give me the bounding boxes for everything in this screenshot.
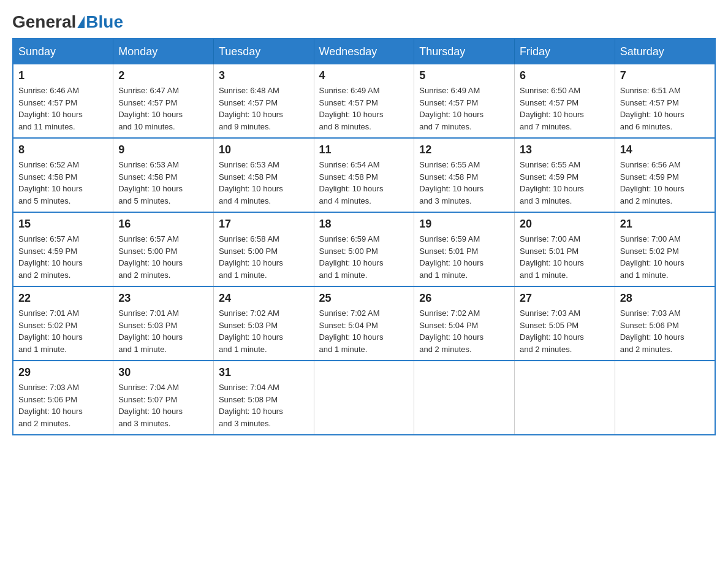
- day-number: 23: [118, 292, 208, 305]
- calendar-day-cell: 8Sunrise: 6:52 AMSunset: 4:58 PMDaylight…: [13, 138, 113, 212]
- calendar-day-cell: 31Sunrise: 7:04 AMSunset: 5:08 PMDayligh…: [213, 361, 314, 435]
- calendar-day-cell: [615, 361, 715, 435]
- day-info: Sunrise: 6:53 AMSunset: 4:58 PMDaylight:…: [219, 159, 309, 207]
- day-number: 27: [520, 292, 610, 305]
- calendar-day-header: Monday: [113, 39, 214, 64]
- day-number: 1: [18, 69, 108, 82]
- day-number: 12: [419, 144, 509, 156]
- day-info: Sunrise: 6:57 AMSunset: 5:00 PMDaylight:…: [118, 233, 208, 281]
- day-number: 17: [219, 218, 309, 231]
- calendar-day-cell: 19Sunrise: 6:59 AMSunset: 5:01 PMDayligh…: [414, 212, 515, 286]
- day-number: 6: [520, 69, 610, 82]
- calendar-day-cell: 20Sunrise: 7:00 AMSunset: 5:01 PMDayligh…: [515, 212, 615, 286]
- calendar-week-row: 22Sunrise: 7:01 AMSunset: 5:02 PMDayligh…: [13, 286, 715, 361]
- day-number: 31: [219, 366, 309, 379]
- day-number: 20: [520, 218, 610, 231]
- calendar-day-cell: 10Sunrise: 6:53 AMSunset: 4:58 PMDayligh…: [213, 138, 314, 212]
- day-number: 15: [18, 218, 108, 231]
- page-header: General Blue: [12, 12, 716, 32]
- calendar-week-row: 29Sunrise: 7:03 AMSunset: 5:06 PMDayligh…: [13, 361, 715, 435]
- day-info: Sunrise: 6:46 AMSunset: 4:57 PMDaylight:…: [18, 85, 108, 132]
- day-info: Sunrise: 7:04 AMSunset: 5:08 PMDaylight:…: [219, 381, 309, 429]
- logo-triangle-icon: [77, 16, 85, 28]
- day-number: 2: [118, 69, 208, 82]
- calendar-day-header: Saturday: [615, 39, 715, 64]
- day-info: Sunrise: 6:49 AMSunset: 4:57 PMDaylight:…: [319, 85, 409, 132]
- day-info: Sunrise: 6:53 AMSunset: 4:58 PMDaylight:…: [118, 159, 208, 207]
- day-number: 3: [219, 69, 309, 82]
- calendar-day-cell: 21Sunrise: 7:00 AMSunset: 5:02 PMDayligh…: [615, 212, 715, 286]
- day-number: 19: [419, 218, 509, 231]
- day-info: Sunrise: 7:03 AMSunset: 5:06 PMDaylight:…: [18, 381, 108, 429]
- day-info: Sunrise: 6:54 AMSunset: 4:58 PMDaylight:…: [319, 159, 409, 207]
- day-info: Sunrise: 6:59 AMSunset: 5:01 PMDaylight:…: [419, 233, 509, 281]
- calendar-table: SundayMondayTuesdayWednesdayThursdayFrid…: [12, 38, 716, 435]
- day-number: 9: [118, 144, 208, 156]
- day-number: 16: [118, 218, 208, 231]
- day-info: Sunrise: 7:02 AMSunset: 5:04 PMDaylight:…: [319, 307, 409, 355]
- day-info: Sunrise: 7:00 AMSunset: 5:02 PMDaylight:…: [620, 233, 710, 281]
- day-info: Sunrise: 6:55 AMSunset: 4:59 PMDaylight:…: [520, 159, 610, 207]
- day-number: 14: [620, 144, 710, 156]
- calendar-day-cell: 5Sunrise: 6:49 AMSunset: 4:57 PMDaylight…: [414, 64, 515, 138]
- calendar-day-cell: 26Sunrise: 7:02 AMSunset: 5:04 PMDayligh…: [414, 286, 515, 361]
- day-number: 18: [319, 218, 409, 231]
- calendar-day-header: Sunday: [13, 39, 113, 64]
- day-number: 13: [520, 144, 610, 156]
- day-number: 4: [319, 69, 409, 82]
- day-info: Sunrise: 6:55 AMSunset: 4:58 PMDaylight:…: [419, 159, 509, 207]
- calendar-day-cell: 30Sunrise: 7:04 AMSunset: 5:07 PMDayligh…: [113, 361, 214, 435]
- calendar-day-cell: 11Sunrise: 6:54 AMSunset: 4:58 PMDayligh…: [314, 138, 414, 212]
- day-info: Sunrise: 7:02 AMSunset: 5:04 PMDaylight:…: [419, 307, 509, 355]
- day-info: Sunrise: 6:48 AMSunset: 4:57 PMDaylight:…: [219, 85, 309, 132]
- day-number: 11: [319, 144, 409, 156]
- calendar-week-row: 8Sunrise: 6:52 AMSunset: 4:58 PMDaylight…: [13, 138, 715, 212]
- day-number: 10: [219, 144, 309, 156]
- day-info: Sunrise: 6:49 AMSunset: 4:57 PMDaylight:…: [419, 85, 509, 132]
- day-number: 25: [319, 292, 409, 305]
- day-number: 8: [18, 144, 108, 156]
- day-number: 30: [118, 366, 208, 379]
- day-number: 22: [18, 292, 108, 305]
- day-info: Sunrise: 7:04 AMSunset: 5:07 PMDaylight:…: [118, 381, 208, 429]
- day-number: 7: [620, 69, 710, 82]
- calendar-day-header: Friday: [515, 39, 615, 64]
- day-number: 29: [18, 366, 108, 379]
- logo: General Blue: [12, 12, 123, 32]
- calendar-day-cell: 14Sunrise: 6:56 AMSunset: 4:59 PMDayligh…: [615, 138, 715, 212]
- calendar-day-header: Wednesday: [314, 39, 414, 64]
- logo-blue-text: Blue: [86, 12, 123, 32]
- calendar-day-cell: 18Sunrise: 6:59 AMSunset: 5:00 PMDayligh…: [314, 212, 414, 286]
- day-number: 26: [419, 292, 509, 305]
- calendar-day-cell: 3Sunrise: 6:48 AMSunset: 4:57 PMDaylight…: [213, 64, 314, 138]
- calendar-day-cell: 6Sunrise: 6:50 AMSunset: 4:57 PMDaylight…: [515, 64, 615, 138]
- calendar-day-cell: 22Sunrise: 7:01 AMSunset: 5:02 PMDayligh…: [13, 286, 113, 361]
- calendar-day-cell: 12Sunrise: 6:55 AMSunset: 4:58 PMDayligh…: [414, 138, 515, 212]
- calendar-body: 1Sunrise: 6:46 AMSunset: 4:57 PMDaylight…: [13, 64, 715, 435]
- calendar-day-header: Tuesday: [213, 39, 314, 64]
- calendar-header-row: SundayMondayTuesdayWednesdayThursdayFrid…: [13, 39, 715, 64]
- day-info: Sunrise: 6:50 AMSunset: 4:57 PMDaylight:…: [520, 85, 610, 132]
- calendar-day-cell: 1Sunrise: 6:46 AMSunset: 4:57 PMDaylight…: [13, 64, 113, 138]
- day-info: Sunrise: 7:01 AMSunset: 5:02 PMDaylight:…: [18, 307, 108, 355]
- day-number: 5: [419, 69, 509, 82]
- calendar-week-row: 1Sunrise: 6:46 AMSunset: 4:57 PMDaylight…: [13, 64, 715, 138]
- day-info: Sunrise: 6:57 AMSunset: 4:59 PMDaylight:…: [18, 233, 108, 281]
- calendar-day-cell: [414, 361, 515, 435]
- calendar-day-cell: 24Sunrise: 7:02 AMSunset: 5:03 PMDayligh…: [213, 286, 314, 361]
- calendar-day-cell: 7Sunrise: 6:51 AMSunset: 4:57 PMDaylight…: [615, 64, 715, 138]
- day-info: Sunrise: 7:00 AMSunset: 5:01 PMDaylight:…: [520, 233, 610, 281]
- calendar-day-cell: 28Sunrise: 7:03 AMSunset: 5:06 PMDayligh…: [615, 286, 715, 361]
- day-info: Sunrise: 7:01 AMSunset: 5:03 PMDaylight:…: [118, 307, 208, 355]
- day-info: Sunrise: 6:51 AMSunset: 4:57 PMDaylight:…: [620, 85, 710, 132]
- day-info: Sunrise: 7:02 AMSunset: 5:03 PMDaylight:…: [219, 307, 309, 355]
- logo-text: General Blue: [12, 12, 123, 32]
- day-number: 21: [620, 218, 710, 231]
- calendar-day-cell: 13Sunrise: 6:55 AMSunset: 4:59 PMDayligh…: [515, 138, 615, 212]
- calendar-day-cell: [515, 361, 615, 435]
- day-info: Sunrise: 7:03 AMSunset: 5:06 PMDaylight:…: [620, 307, 710, 355]
- day-info: Sunrise: 6:47 AMSunset: 4:57 PMDaylight:…: [118, 85, 208, 132]
- calendar-day-cell: 27Sunrise: 7:03 AMSunset: 5:05 PMDayligh…: [515, 286, 615, 361]
- calendar-day-cell: 4Sunrise: 6:49 AMSunset: 4:57 PMDaylight…: [314, 64, 414, 138]
- day-info: Sunrise: 6:56 AMSunset: 4:59 PMDaylight:…: [620, 159, 710, 207]
